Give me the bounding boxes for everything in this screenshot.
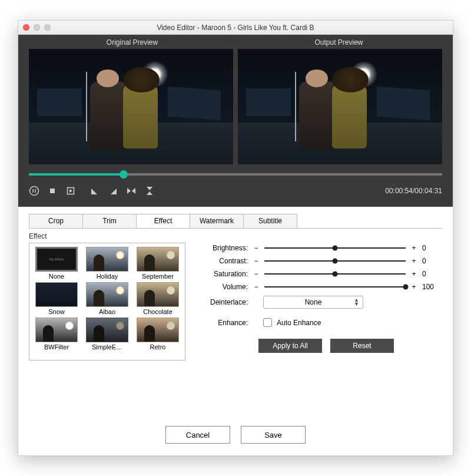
- tab-crop[interactable]: Crop: [29, 214, 83, 228]
- auto-enhance-checkbox[interactable]: [263, 318, 272, 327]
- svg-marker-6: [91, 189, 97, 194]
- brightness-minus[interactable]: −: [253, 244, 260, 252]
- svg-point-0: [30, 187, 39, 196]
- effect-none[interactable]: None: [33, 247, 80, 280]
- editor-panel: Crop Trim Effect Watermark Subtitle Effe…: [18, 207, 453, 455]
- deinterlace-label: Deinterlace:: [201, 298, 248, 306]
- window-title: Video Editor - Maroon 5 - Girls Like You…: [157, 24, 314, 32]
- apply-to-all-button[interactable]: Apply to All: [258, 339, 322, 353]
- preview-area: Original Preview Output Preview: [18, 35, 453, 207]
- minimize-icon[interactable]: [34, 24, 40, 31]
- output-preview-label: Output Preview: [236, 38, 442, 49]
- volume-minus[interactable]: −: [253, 283, 260, 291]
- deinterlace-select[interactable]: None ▲▼: [263, 296, 363, 309]
- effect-simpleelegant[interactable]: SimpleE…: [84, 318, 131, 351]
- original-preview-label: Original Preview: [29, 38, 236, 49]
- maximize-icon[interactable]: [44, 24, 51, 31]
- saturation-label: Saturation:: [201, 270, 248, 278]
- effect-bwfilter[interactable]: BWFilter: [33, 318, 80, 351]
- svg-marker-11: [147, 191, 152, 195]
- original-preview[interactable]: [29, 49, 233, 164]
- stop-icon[interactable]: [47, 186, 58, 196]
- effect-holiday[interactable]: Holiday: [84, 247, 131, 280]
- volume-slider[interactable]: [264, 283, 406, 291]
- effect-controls: Brightness: − + 0 Contrast: − + 0 Satura…: [201, 243, 442, 415]
- enhance-label: Enhance:: [201, 319, 248, 327]
- video-editor-window: Video Editor - Maroon 5 - Girls Like You…: [18, 20, 453, 456]
- window-controls: [23, 24, 51, 31]
- svg-marker-8: [127, 188, 131, 194]
- effect-snow[interactable]: Snow: [33, 282, 80, 315]
- saturation-minus[interactable]: −: [253, 270, 260, 278]
- brightness-plus[interactable]: +: [410, 244, 417, 252]
- rotate-right-icon[interactable]: [108, 186, 118, 196]
- contrast-label: Contrast:: [201, 257, 248, 265]
- effect-aibao[interactable]: Aibao: [84, 282, 131, 315]
- contrast-row: Contrast: − + 0: [201, 257, 442, 265]
- titlebar: Video Editor - Maroon 5 - Girls Like You…: [18, 21, 453, 35]
- flip-horizontal-icon[interactable]: [126, 186, 137, 196]
- contrast-plus[interactable]: +: [410, 257, 417, 265]
- enhance-row: Enhance: Auto Enhance: [201, 318, 442, 327]
- rotate-left-icon[interactable]: [89, 186, 100, 196]
- tabs: Crop Trim Effect Watermark Subtitle: [29, 214, 442, 229]
- save-button[interactable]: Save: [241, 426, 306, 444]
- cancel-button[interactable]: Cancel: [165, 426, 230, 444]
- saturation-value: 0: [422, 270, 442, 278]
- close-icon[interactable]: [23, 24, 29, 31]
- volume-row: Volume: − + 100: [201, 283, 442, 291]
- saturation-slider[interactable]: [264, 270, 406, 278]
- svg-marker-9: [132, 188, 135, 194]
- effect-chocolate[interactable]: Chocolate: [134, 282, 181, 315]
- effects-list[interactable]: None Holiday September Snow Aibao Chocol…: [29, 243, 185, 361]
- contrast-slider[interactable]: [264, 257, 406, 265]
- svg-marker-5: [69, 189, 72, 193]
- timeline-filled: [29, 173, 124, 176]
- brightness-slider[interactable]: [264, 244, 406, 252]
- effect-september[interactable]: September: [134, 247, 181, 280]
- brightness-label: Brightness:: [201, 244, 248, 252]
- tab-watermark[interactable]: Watermark: [190, 214, 244, 228]
- volume-plus[interactable]: +: [410, 283, 417, 291]
- pause-icon[interactable]: [29, 186, 39, 196]
- timeline[interactable]: [29, 168, 442, 181]
- brightness-value: 0: [422, 244, 442, 252]
- chevron-updown-icon: ▲▼: [354, 298, 359, 306]
- contrast-value: 0: [422, 257, 442, 265]
- svg-marker-7: [111, 189, 117, 194]
- effect-section-label: Effect: [29, 232, 442, 240]
- deinterlace-row: Deinterlace: None ▲▼: [201, 296, 442, 309]
- output-preview[interactable]: [238, 49, 442, 164]
- contrast-minus[interactable]: −: [253, 257, 260, 265]
- tab-effect[interactable]: Effect: [136, 214, 190, 228]
- volume-value: 100: [422, 283, 442, 291]
- svg-marker-10: [147, 187, 152, 190]
- step-forward-icon[interactable]: [65, 186, 76, 196]
- saturation-plus[interactable]: +: [410, 270, 417, 278]
- saturation-row: Saturation: − + 0: [201, 270, 442, 278]
- timeline-thumb[interactable]: [120, 170, 128, 178]
- time-display: 00:00:54/00:04:31: [385, 187, 442, 195]
- flip-vertical-icon[interactable]: [144, 186, 155, 196]
- tab-subtitle[interactable]: Subtitle: [243, 214, 297, 228]
- auto-enhance-label: Auto Enhance: [277, 319, 321, 327]
- svg-rect-3: [50, 189, 55, 193]
- volume-label: Volume:: [201, 283, 248, 291]
- effect-retro[interactable]: Retro: [134, 318, 181, 351]
- reset-button[interactable]: Reset: [330, 339, 394, 353]
- brightness-row: Brightness: − + 0: [201, 244, 442, 252]
- tab-trim[interactable]: Trim: [82, 214, 137, 228]
